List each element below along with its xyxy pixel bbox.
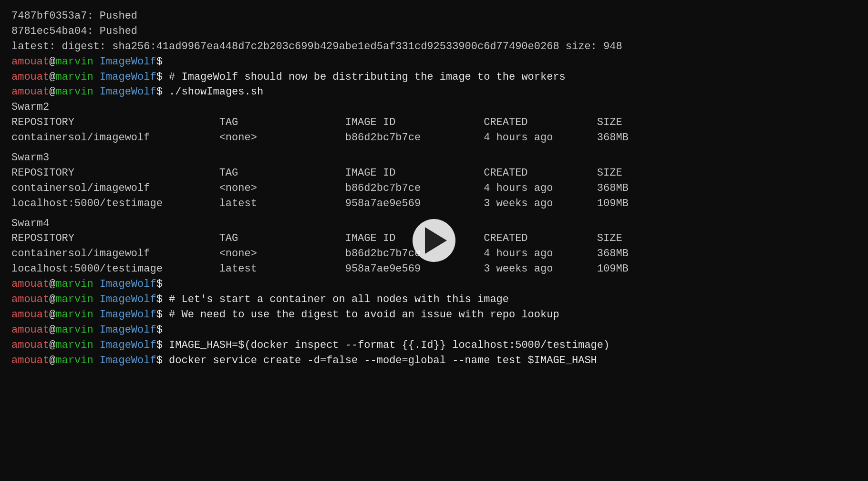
play-icon xyxy=(425,227,447,254)
play-button[interactable] xyxy=(413,219,455,262)
